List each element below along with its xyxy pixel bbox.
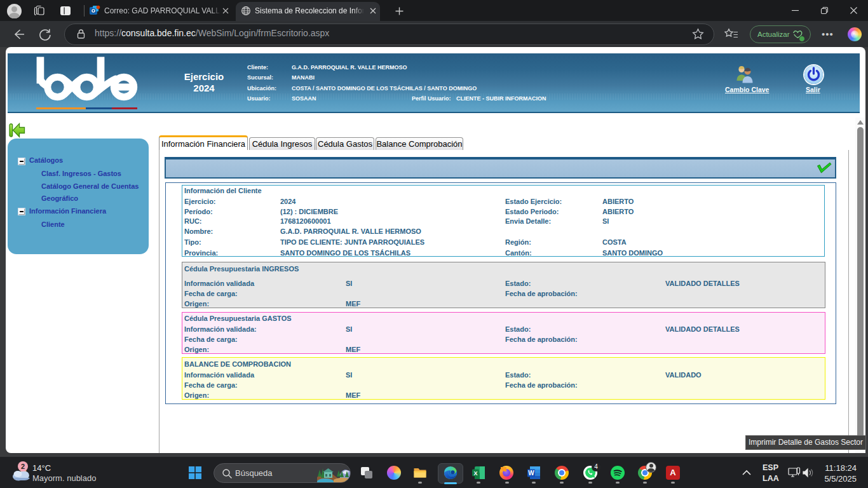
svg-text:X: X <box>473 470 477 477</box>
svg-text:W: W <box>528 470 534 477</box>
